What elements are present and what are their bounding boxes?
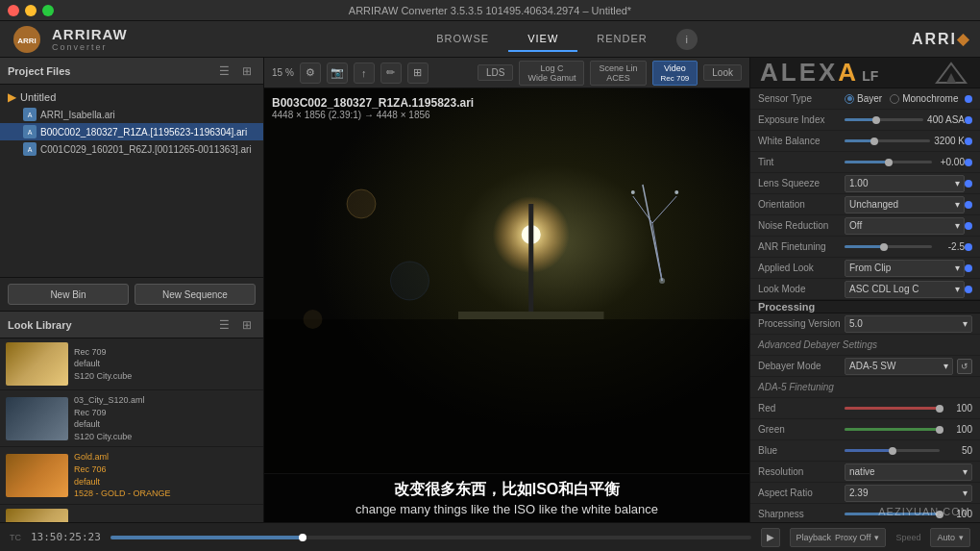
- folder-name: Untitled: [20, 91, 56, 103]
- speed-label: Speed: [895, 533, 920, 542]
- tab-video[interactable]: VideoRec 709: [652, 61, 698, 86]
- blue-slider-track[interactable]: [845, 449, 940, 452]
- red-slider-track[interactable]: [845, 407, 940, 410]
- exposure-index-row: Exposure Index 400 ASA: [750, 110, 980, 131]
- main-layout: Project Files ☰ ⊞ ▶ Untitled A ARRI_Isab…: [0, 58, 980, 522]
- monochrome-option[interactable]: Monochrome: [890, 93, 958, 104]
- anr-row: ANR Finetuning -2.5: [750, 237, 980, 258]
- look-grid-icon[interactable]: ⊞: [238, 316, 256, 334]
- tint-indicator: [965, 159, 972, 166]
- noise-reduction-dropdown[interactable]: Off ▾: [845, 217, 965, 235]
- noise-indicator: [965, 222, 972, 230]
- look-item-2[interactable]: Gold.amlRec 706default1528 - GOLD - ORAN…: [0, 447, 263, 504]
- subtitle-chinese: 改变很多东西，比如ISO和白平衡: [283, 480, 730, 500]
- aspect-ratio-label: Aspect Ratio: [758, 488, 845, 498]
- play-button[interactable]: ▶: [761, 528, 780, 547]
- orientation-indicator: [965, 201, 972, 209]
- minimize-button[interactable]: [25, 5, 37, 16]
- project-folder[interactable]: ▶ Untitled: [0, 88, 263, 106]
- close-button[interactable]: [8, 5, 19, 16]
- look-item-1[interactable]: 03_City_S120.amlRec 709defaultS120 City.…: [0, 390, 263, 447]
- exposure-slider-track[interactable]: [845, 118, 923, 121]
- sensor-type-row: Sensor Type Bayer Monochrome: [750, 88, 980, 110]
- debayer-mode-dropdown[interactable]: ADA-5 SW ▾: [845, 358, 953, 375]
- green-label: Green: [758, 424, 845, 435]
- progress-fill: [110, 536, 303, 539]
- look-info-0: Rec 709defaultS120 City.cube: [74, 346, 257, 383]
- proxy-dropdown[interactable]: Playback Proxy Off ▾: [790, 528, 887, 547]
- bayer-option[interactable]: Bayer: [845, 93, 882, 104]
- anr-slider-track[interactable]: [845, 245, 932, 248]
- grid-tool[interactable]: ⊞: [407, 63, 429, 84]
- bayer-radio[interactable]: [845, 94, 854, 104]
- look-info-2: Gold.amlRec 706default1528 - GOLD - ORAN…: [74, 451, 257, 499]
- maximize-button[interactable]: [42, 5, 54, 16]
- folder-icon: ▶: [8, 90, 16, 104]
- resolution-dropdown[interactable]: native ▾: [845, 463, 972, 481]
- tint-label: Tint: [758, 157, 845, 167]
- look-item-0[interactable]: Rec 709defaultS120 City.cube: [0, 338, 263, 390]
- noise-reduction-row: Noise Reduction Off ▾: [750, 215, 980, 237]
- tab-lds[interactable]: LDS: [478, 64, 513, 81]
- tab-scenelin[interactable]: Scene LinACES: [590, 61, 646, 86]
- arri-brand-logo: ARRI◆: [913, 30, 970, 48]
- exposure-indicator: [965, 116, 972, 124]
- aspect-ratio-dropdown[interactable]: 2.39 ▾: [845, 485, 972, 502]
- lens-indicator: [965, 180, 972, 188]
- tint-slider-track[interactable]: [845, 161, 932, 163]
- debayer-reset-button[interactable]: ↺: [957, 359, 972, 374]
- zoom-tool[interactable]: ⚙: [300, 63, 321, 84]
- processing-version-label: Processing Version: [758, 318, 845, 329]
- nav-view[interactable]: VIEW: [508, 27, 577, 52]
- new-sequence-button[interactable]: New Sequence: [135, 284, 256, 305]
- look-item-3[interactable]: Look_20180405_122903: [0, 505, 263, 522]
- title-bar: ARRIRAW Converter 3.5.3.5 101495.40634.2…: [0, 0, 980, 21]
- grid-view-icon[interactable]: ⊞: [238, 63, 256, 80]
- pencil-tool[interactable]: ✏: [380, 63, 402, 84]
- exposure-index-value: 400 ASA: [927, 114, 965, 125]
- info-icon[interactable]: i: [676, 29, 698, 50]
- sensor-type-label: Sensor Type: [758, 93, 845, 104]
- applied-look-dropdown[interactable]: From Clip ▾: [845, 260, 965, 277]
- aspect-ratio-row: Aspect Ratio 2.39 ▾: [750, 483, 980, 504]
- timeline-progress[interactable]: [110, 536, 751, 539]
- green-slider-track[interactable]: [845, 428, 940, 431]
- window-controls[interactable]: [8, 5, 54, 16]
- look-mode-dropdown[interactable]: ASC CDL Log C ▾: [845, 281, 965, 298]
- nav-render[interactable]: RENDER: [577, 27, 666, 52]
- file-item-2[interactable]: A C001C029_160201_R6ZJ.[0011265-0011363]…: [0, 140, 263, 158]
- alexa-header: ALEXA LF: [750, 58, 980, 88]
- progress-thumb[interactable]: [299, 534, 306, 541]
- file-item-1[interactable]: A B00C002_180327_R1ZA.[1195623-1196304].…: [0, 123, 263, 140]
- center-viewer: 15 % ⚙ 📷 ↑ ✏ ⊞ LDS Log CWide Gamut Scene…: [264, 58, 749, 522]
- speed-dropdown[interactable]: Auto ▾: [930, 528, 970, 547]
- blue-row: Blue 50: [750, 440, 980, 462]
- tab-logc[interactable]: Log CWide Gamut: [519, 61, 584, 86]
- export-tool[interactable]: ↑: [354, 63, 375, 84]
- monochrome-radio[interactable]: [890, 94, 899, 104]
- resolution-row: Resolution native ▾: [750, 462, 980, 483]
- new-bin-button[interactable]: New Bin: [8, 284, 129, 305]
- look-list-icon[interactable]: ☰: [215, 316, 233, 334]
- list-view-icon[interactable]: ☰: [215, 63, 233, 80]
- wb-slider-track[interactable]: [845, 139, 930, 142]
- look-items-list: Rec 709defaultS120 City.cube 03_City_S12…: [0, 338, 263, 522]
- tab-look[interactable]: Look: [703, 64, 742, 81]
- camera-tool[interactable]: 📷: [327, 63, 348, 84]
- lens-squeeze-dropdown[interactable]: 1.00 ▾: [845, 175, 965, 192]
- anr-value: -2.5: [936, 241, 965, 252]
- look-library: Look Library ☰ ⊞ Rec 709defaultS120 City…: [0, 312, 263, 522]
- orientation-label: Orientation: [758, 199, 845, 210]
- svg-point-15: [347, 189, 376, 218]
- viewer-toolbar: 15 % ⚙ 📷 ↑ ✏ ⊞ LDS Log CWide Gamut Scene…: [264, 58, 749, 88]
- orientation-dropdown[interactable]: Unchanged ▾: [845, 196, 965, 213]
- processing-version-row: Processing Version 5.0 ▾: [750, 313, 980, 335]
- project-files-title: Project Files: [8, 65, 209, 77]
- nav-browse[interactable]: BROWSE: [417, 27, 508, 52]
- file-item-0[interactable]: A ARRI_Isabella.ari: [0, 106, 263, 123]
- alexa-icon: [932, 59, 970, 88]
- debayer-mode-label: Debayer Mode: [758, 361, 845, 371]
- processing-version-dropdown[interactable]: 5.0 ▾: [845, 315, 972, 333]
- orientation-row: Orientation Unchanged ▾: [750, 194, 980, 215]
- look-mode-label: Look Mode: [758, 284, 845, 294]
